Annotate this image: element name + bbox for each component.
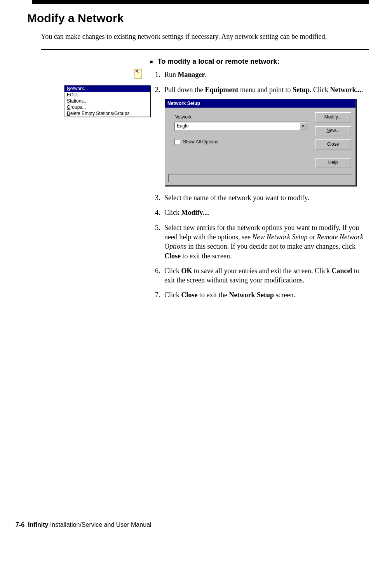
- menu-item-ecu[interactable]: ECU...: [64, 92, 150, 98]
- step-6: Click OK to save all your entries and ex…: [162, 266, 369, 285]
- network-label: Network: [174, 114, 308, 120]
- section-divider: [41, 49, 369, 50]
- menu-item-network[interactable]: Network...: [64, 85, 150, 92]
- close-button[interactable]: Close: [315, 139, 351, 150]
- bullet-square-icon: ■: [150, 57, 153, 66]
- chevron-down-icon[interactable]: ▼: [299, 122, 307, 130]
- step-5: Select new entries for the network optio…: [162, 223, 369, 261]
- step-1: Run Manager.: [162, 70, 369, 79]
- equipment-setup-submenu: Network... ECU... Stations... Groups... …: [64, 85, 150, 117]
- new-button[interactable]: New...: [315, 126, 351, 136]
- step-4: Click Modify....: [162, 208, 369, 217]
- step-7: Click Close to exit the Network Setup sc…: [162, 290, 369, 300]
- dialog-titlebar: Network Setup: [165, 99, 355, 108]
- intro-paragraph: You can make changes to existing network…: [41, 32, 369, 41]
- modify-button[interactable]: Modify...: [315, 112, 351, 123]
- procedure-title: To modify a local or remote network:: [157, 57, 279, 66]
- show-all-options-label: Show All Options: [183, 139, 218, 145]
- menu-item-groups[interactable]: Groups...: [64, 104, 150, 110]
- show-all-options-checkbox[interactable]: Show All Options: [174, 139, 308, 145]
- procedure-step-list: Run Manager. Pull down the Equipment men…: [150, 70, 369, 300]
- help-button[interactable]: Help: [315, 158, 351, 168]
- network-combobox-value: Eagle: [175, 122, 299, 130]
- network-setup-dialog: Network Setup Network Eagle ▼ Sh: [164, 98, 356, 186]
- page-footer: 7-6 Infinity Installation/Service and Us…: [16, 521, 151, 528]
- menu-item-stations[interactable]: Stations...: [64, 98, 150, 104]
- page-heading: Modify a Network: [27, 12, 369, 25]
- network-combobox[interactable]: Eagle ▼: [174, 122, 308, 131]
- note-icon: [134, 68, 143, 79]
- step-2: Pull down the Equipment menu and point t…: [162, 85, 369, 186]
- menu-item-delete-empty[interactable]: Delete Empty Stations/Groups: [64, 110, 150, 117]
- dialog-statusbar: [168, 174, 352, 182]
- checkbox-box-icon: [174, 139, 181, 145]
- step-3: Select the name of the network you want …: [162, 193, 369, 202]
